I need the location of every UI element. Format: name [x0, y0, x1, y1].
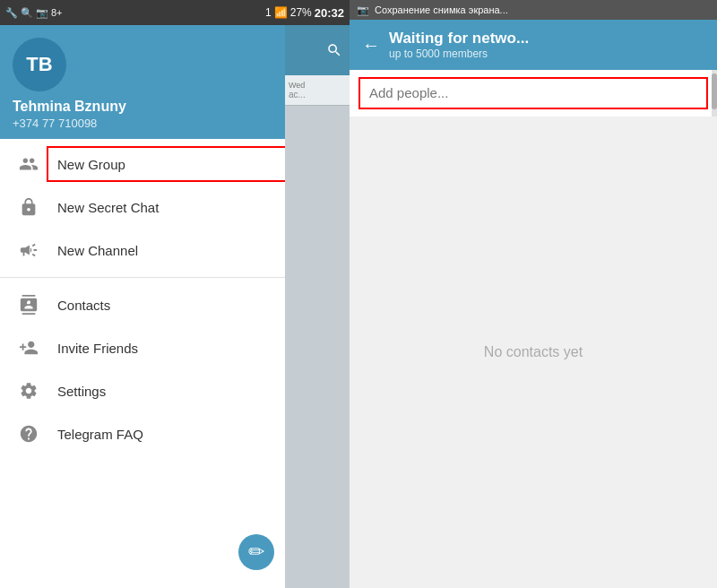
left-panel: 🔧 🔍 📷 8+ 1 📶 27% 20:32 ТВ Tehmina Bznuny…	[0, 0, 350, 588]
clock: 20:32	[315, 6, 344, 20]
status-right: 1 📶 27% 20:32	[265, 6, 344, 20]
chat-header-preview	[285, 25, 350, 75]
add-people-input-box[interactable]	[358, 77, 708, 109]
right-header: ← Waiting for netwo... up to 5000 member…	[350, 20, 717, 70]
header-text: Waiting for netwo... up to 5000 members	[389, 30, 529, 60]
scrollbar-track	[712, 70, 717, 117]
chat-preview-item-1: Wed ac...	[285, 75, 350, 106]
new-group-label: New Group	[57, 157, 125, 172]
telegram-faq-label: Telegram FAQ	[57, 427, 143, 442]
new-secret-chat-label: New Secret Chat	[57, 200, 159, 215]
notification-text: Сохранение снимка экрана...	[375, 4, 508, 15]
settings-label: Settings	[57, 384, 106, 399]
signal-bars-icon: 📶	[274, 6, 288, 19]
group-icon	[14, 154, 43, 174]
chat-preview-date: Wed	[289, 81, 346, 90]
screenshot-icon: 📷	[357, 4, 369, 16]
new-channel-label: New Channel	[57, 243, 138, 258]
header-subtitle: up to 5000 members	[389, 48, 529, 60]
header-title: Waiting for netwo...	[389, 30, 529, 48]
right-panel: 📷 Сохранение снимка экрана... ← Waiting …	[350, 0, 717, 588]
back-button[interactable]: ←	[362, 35, 380, 56]
fab-button[interactable]: ✏	[238, 534, 274, 570]
status-icons: 🔧 🔍 📷 8+	[5, 7, 63, 19]
settings-icon	[14, 381, 43, 401]
invite-icon	[14, 338, 43, 358]
signal-icon: 1	[265, 6, 272, 19]
camera-icon: 📷	[36, 7, 48, 19]
search-status-icon: 🔍	[21, 7, 33, 19]
help-icon	[14, 424, 43, 444]
notification-icon: 8+	[51, 7, 63, 18]
tool-icon: 🔧	[5, 7, 18, 19]
no-contacts-text: No contacts yet	[484, 344, 583, 360]
status-bar: 🔧 🔍 📷 8+ 1 📶 27% 20:32	[0, 0, 350, 25]
contacts-area: No contacts yet	[350, 117, 717, 588]
chat-preview-text: ac...	[289, 90, 346, 99]
lock-icon	[14, 197, 43, 217]
invite-friends-label: Invite Friends	[57, 341, 138, 356]
search-preview-icon	[326, 42, 342, 58]
megaphone-icon	[14, 240, 43, 260]
add-people-section	[350, 70, 717, 117]
add-people-input[interactable]	[369, 85, 697, 100]
notification-bar: 📷 Сохранение снимка экрана...	[350, 0, 717, 20]
contacts-icon	[14, 295, 43, 315]
scrollbar-thumb[interactable]	[712, 74, 717, 109]
avatar: ТВ	[13, 38, 66, 91]
battery-icon: 27%	[290, 6, 312, 19]
contacts-label: Contacts	[57, 298, 110, 313]
chat-list-preview: Wed ac...	[285, 25, 350, 588]
